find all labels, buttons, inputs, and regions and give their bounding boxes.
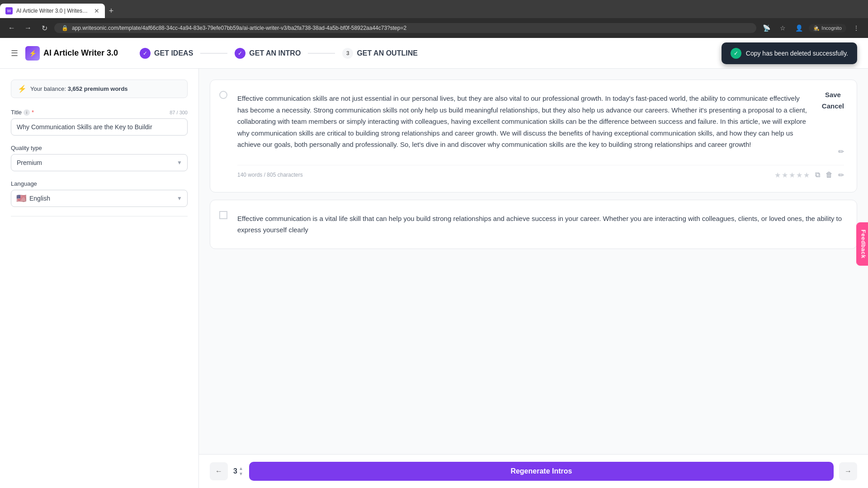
prev-button[interactable]: ← — [210, 462, 228, 480]
step-get-outline[interactable]: 3 GET AN OUTLINE — [335, 44, 425, 62]
next-button[interactable]: → — [839, 462, 857, 480]
hamburger-menu-icon[interactable]: ☰ — [11, 48, 18, 58]
brand-logo: ⚡ AI Article Writer 3.0 — [25, 46, 118, 61]
content-area: Save Cancel Effective communication skil… — [199, 69, 868, 454]
balance-bar: ⚡ Your balance: 3,652 premium words — [11, 80, 188, 98]
title-counter: 87 / 300 — [170, 110, 188, 115]
delete-icon[interactable]: 🗑 — [826, 171, 833, 179]
star-3[interactable]: ★ — [789, 171, 795, 179]
step-get-outline-label: GET AN OUTLINE — [357, 49, 418, 57]
regenerate-button[interactable]: Regenerate Intros — [249, 462, 834, 481]
quality-select-wrapper: Premium Good Average ▼ — [11, 154, 188, 171]
reload-button[interactable]: ↻ — [38, 22, 51, 34]
prev-arrow-icon: ← — [215, 467, 222, 475]
star-4[interactable]: ★ — [796, 171, 802, 179]
card-actions-1: ★ ★ ★ ★ ★ ⧉ 🗑 ✏ — [774, 171, 844, 179]
language-label: Language — [11, 180, 188, 187]
tab-title: AI Article Writer 3.0 | Writesonic — [16, 8, 89, 14]
cancel-button[interactable]: Cancel — [822, 102, 844, 110]
page-up-button[interactable]: ▲ — [238, 466, 244, 471]
page-number: 3 — [233, 467, 237, 475]
title-info-icon[interactable]: i — [24, 109, 30, 116]
language-select-wrapper: 🇺🇸 English Spanish French German ▼ — [11, 190, 188, 207]
edit-action-icon[interactable]: ✏ — [838, 171, 844, 179]
save-button[interactable]: Save — [822, 91, 844, 99]
balance-amount: 3,652 premium words — [68, 85, 128, 92]
step-connector-1 — [200, 53, 227, 54]
page-counter: 3 ▲ ▼ — [233, 466, 244, 477]
menu-button[interactable]: ⋮ — [850, 22, 863, 34]
word-count-1: 140 words / 805 characters — [237, 172, 303, 178]
step-outline-number: 3 — [342, 48, 353, 59]
brand-icon: ⚡ — [25, 46, 40, 61]
toast-notification: ✓ Copy has been deleted successfully. — [722, 42, 857, 64]
card-footer-1: 140 words / 805 characters ★ ★ ★ ★ ★ ⧉ 🗑 — [237, 165, 844, 179]
language-field-group: Language 🇺🇸 English Spanish French Germa… — [11, 180, 188, 207]
back-button[interactable]: ← — [5, 22, 18, 34]
lightning-icon: ⚡ — [18, 84, 27, 93]
toast-check-icon: ✓ — [731, 48, 741, 59]
title-field-group: Title i * 87 / 300 — [11, 109, 188, 136]
article-card-2: Effective communication is a vital life … — [210, 200, 857, 249]
cast-button[interactable]: 📡 — [760, 22, 773, 34]
bottom-controls: ← 3 ▲ ▼ Regenerate Intros → — [199, 454, 868, 488]
tab-favicon: W — [5, 7, 13, 14]
step-connector-2 — [308, 53, 335, 54]
new-tab-button[interactable]: + — [105, 5, 118, 17]
article-radio-1[interactable] — [219, 91, 227, 99]
quality-field-group: Quality type Premium Good Average ▼ — [11, 145, 188, 171]
address-bar-url[interactable]: app.writesonic.com/template/4af66c88-34c… — [72, 25, 749, 31]
brand-name: AI Article Writer 3.0 — [43, 48, 118, 58]
sidebar-bottom-controls — [11, 216, 188, 216]
article-text-1: Effective communication skills are not j… — [237, 93, 808, 150]
step-get-ideas[interactable]: ✓ GET IDEAS — [132, 44, 200, 62]
copy-icon[interactable]: ⧉ — [815, 171, 820, 179]
title-label: Title i * 87 / 300 — [11, 109, 188, 116]
step-intro-check-icon: ✓ — [235, 48, 245, 59]
article-radio-2[interactable] — [219, 211, 227, 219]
required-indicator: * — [32, 109, 34, 116]
star-2[interactable]: ★ — [782, 171, 788, 179]
article-text-2: Effective communication is a vital life … — [237, 213, 844, 236]
incognito-badge: 🕵 Incognito — [809, 24, 846, 33]
save-cancel-buttons: Save Cancel — [822, 91, 844, 110]
step-check-icon: ✓ — [140, 48, 151, 59]
bookmark-button[interactable]: ☆ — [776, 22, 789, 34]
edit-icon[interactable]: ✏ — [838, 147, 844, 156]
language-flag-icon: 🇺🇸 — [16, 193, 26, 203]
title-input[interactable] — [11, 118, 188, 136]
forward-button[interactable]: → — [22, 22, 34, 34]
profile-button[interactable]: 👤 — [793, 22, 805, 34]
language-select[interactable]: English Spanish French German — [11, 190, 188, 207]
tab-close-button[interactable]: ✕ — [94, 7, 99, 14]
sidebar: ⚡ Your balance: 3,652 premium words Titl… — [0, 69, 199, 488]
step-get-intro[interactable]: ✓ GET AN INTRO — [227, 44, 308, 62]
star-rating-1[interactable]: ★ ★ ★ ★ ★ — [774, 171, 810, 179]
feedback-tab[interactable]: Feedback — [857, 222, 868, 266]
next-arrow-icon: → — [844, 467, 852, 475]
balance-label: Your balance: 3,652 premium words — [30, 85, 128, 92]
quality-select[interactable]: Premium Good Average — [11, 154, 188, 171]
quality-label: Quality type — [11, 145, 188, 151]
star-5[interactable]: ★ — [803, 171, 810, 179]
page-down-button[interactable]: ▼ — [238, 471, 244, 477]
article-card-1: Save Cancel Effective communication skil… — [210, 80, 857, 192]
star-1[interactable]: ★ — [774, 171, 781, 179]
step-get-ideas-label: GET IDEAS — [154, 49, 193, 57]
step-get-intro-label: GET AN INTRO — [249, 49, 301, 57]
toast-text: Copy has been deleted successfully. — [746, 50, 848, 57]
